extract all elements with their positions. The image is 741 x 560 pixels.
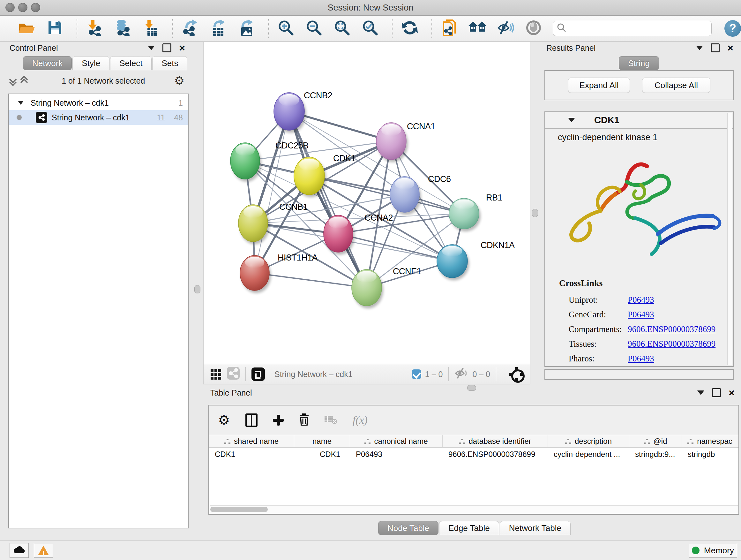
- cell-name[interactable]: CDK1: [294, 450, 350, 459]
- selected-checkbox-icon[interactable]: [412, 369, 421, 379]
- zoom-out-button[interactable]: [305, 19, 323, 37]
- open-in-new-window-icon[interactable]: [252, 368, 265, 381]
- zoom-in-button[interactable]: [277, 19, 295, 37]
- export-image-button[interactable]: [238, 19, 255, 37]
- network-options-gear-icon[interactable]: ⚙: [174, 76, 185, 85]
- network-canvas[interactable]: CCNB2CCNA1CDC25BCDK1CDC6RB1CCNB1CCNA2CDK…: [203, 42, 530, 364]
- next-gene-section-partial[interactable]: [544, 369, 734, 380]
- node-CDK1[interactable]: [294, 157, 326, 197]
- tab-network[interactable]: Network: [23, 56, 72, 70]
- gene-section-header[interactable]: CDK1: [545, 112, 733, 129]
- node-CCNA1[interactable]: [376, 123, 408, 162]
- export-network-button[interactable]: [181, 19, 199, 37]
- column-header-id[interactable]: @id: [629, 435, 682, 447]
- zoom-selected-icon: [362, 19, 379, 37]
- import-table-button[interactable]: [142, 19, 159, 37]
- collapse-all-button[interactable]: Collapse All: [642, 78, 711, 93]
- network-row-selected[interactable]: String Network – cdk1 11 48: [9, 110, 188, 125]
- cell-namespace[interactable]: stringdb: [682, 450, 738, 459]
- column-header-name[interactable]: name: [294, 435, 350, 447]
- gene-collapse-icon[interactable]: [568, 118, 575, 122]
- column-header-canonical-name[interactable]: canonical name: [350, 435, 443, 447]
- table-row[interactable]: CDK1 CDK1 P06493 9606.ENSP00000378699 cy…: [209, 448, 738, 461]
- tab-network-table[interactable]: Network Table: [500, 521, 570, 535]
- apply-layout-button[interactable]: [401, 19, 419, 37]
- node-CCNB2[interactable]: [274, 92, 306, 133]
- crosslink-row: GeneCard:P06493: [569, 307, 727, 322]
- panel-close-icon[interactable]: ×: [727, 44, 733, 51]
- compartments-link[interactable]: 9606.ENSP00000378699: [628, 324, 716, 334]
- show-columns-icon[interactable]: [246, 414, 258, 427]
- node-CDKN1A[interactable]: [437, 245, 469, 280]
- import-network-button[interactable]: [85, 19, 104, 37]
- panel-float-icon[interactable]: [697, 390, 704, 395]
- node-CCNB1[interactable]: [239, 205, 269, 244]
- collapse-all-networks-icon[interactable]: [10, 77, 16, 85]
- export-table-button[interactable]: [209, 19, 227, 37]
- cell-description[interactable]: cyclin-dependent ...: [548, 450, 629, 459]
- collection-expand-icon[interactable]: [18, 101, 23, 105]
- node-CDC6[interactable]: [390, 177, 421, 215]
- tab-sets[interactable]: Sets: [152, 56, 187, 70]
- pharos-link[interactable]: P06493: [628, 354, 654, 364]
- panel-close-icon[interactable]: ×: [179, 44, 185, 51]
- import-network-from-database-button[interactable]: [114, 19, 131, 37]
- new-network-from-selection-button[interactable]: [441, 19, 458, 37]
- panel-maximize-icon[interactable]: [711, 44, 720, 52]
- genecard-link[interactable]: P06493: [628, 310, 654, 320]
- birds-eye-toggle-icon[interactable]: [509, 367, 523, 381]
- hide-show-graphics-button[interactable]: [496, 19, 515, 37]
- search-field[interactable]: [553, 21, 712, 36]
- network-share-icon[interactable]: [227, 367, 240, 381]
- tab-style[interactable]: Style: [72, 56, 110, 70]
- show-all-networks-button[interactable]: [468, 19, 486, 37]
- panel-maximize-icon[interactable]: [162, 44, 172, 52]
- results-scrollbar[interactable]: [727, 113, 732, 365]
- column-header-database-identifier[interactable]: database identifier: [443, 435, 548, 447]
- cell-canonical-name[interactable]: P06493: [350, 450, 443, 459]
- right-splitter-handle[interactable]: [532, 209, 538, 217]
- tab-node-table[interactable]: Node Table: [378, 521, 439, 535]
- node-HIST1H1A[interactable]: [240, 255, 271, 293]
- warnings-button[interactable]: !: [34, 543, 53, 558]
- tab-select[interactable]: Select: [110, 56, 151, 70]
- node-CCNA2[interactable]: [324, 215, 354, 255]
- expand-all-networks-icon[interactable]: [21, 77, 27, 85]
- scrollbar-thumb[interactable]: [210, 507, 268, 512]
- tissues-link[interactable]: 9606.ENSP00000378699: [628, 339, 716, 349]
- left-splitter-handle[interactable]: [194, 285, 200, 294]
- search-input[interactable]: [566, 22, 711, 35]
- add-column-icon[interactable]: [273, 415, 284, 426]
- expand-all-button[interactable]: Expand All: [568, 78, 630, 93]
- panel-close-icon[interactable]: ×: [729, 389, 735, 396]
- panel-maximize-icon[interactable]: [712, 388, 721, 397]
- edge-CCNB2-HIST1H1A[interactable]: [255, 111, 289, 273]
- save-session-button[interactable]: [46, 19, 64, 37]
- delete-column-icon[interactable]: [299, 414, 309, 427]
- node-CCNE1[interactable]: [352, 269, 383, 308]
- panel-float-icon[interactable]: [148, 46, 155, 50]
- panel-float-icon[interactable]: [696, 46, 703, 50]
- grid-view-icon[interactable]: [211, 369, 221, 380]
- table-options-gear-icon[interactable]: ⚙: [218, 415, 230, 425]
- network-collection-row[interactable]: String Network – cdk1 1: [9, 94, 188, 110]
- zoom-fit-button[interactable]: [333, 19, 351, 37]
- open-session-button[interactable]: [18, 19, 36, 37]
- cloud-button[interactable]: [10, 543, 29, 558]
- memory-button[interactable]: Memory: [689, 543, 737, 558]
- zoom-selected-button[interactable]: [361, 19, 379, 37]
- cell-shared-name[interactable]: CDK1: [209, 450, 294, 459]
- cell-database-identifier[interactable]: 9606.ENSP00000378699: [443, 450, 548, 459]
- help-button[interactable]: ?: [724, 20, 741, 37]
- table-horizontal-scrollbar[interactable]: [210, 505, 738, 513]
- column-header-description[interactable]: description: [548, 435, 629, 447]
- column-header-namespace[interactable]: namespac: [682, 435, 738, 447]
- cell-id[interactable]: stringdb:9...: [629, 450, 682, 459]
- column-header-shared-name[interactable]: shared name: [209, 435, 294, 447]
- tab-string[interactable]: String: [619, 56, 659, 70]
- tab-edge-table[interactable]: Edge Table: [439, 521, 499, 535]
- preview-sphere-button[interactable]: [525, 19, 542, 37]
- node-RB1[interactable]: [449, 198, 481, 232]
- edge-HIST1H1A-CCNE1[interactable]: [255, 273, 367, 288]
- uniprot-link[interactable]: P06493: [628, 295, 654, 305]
